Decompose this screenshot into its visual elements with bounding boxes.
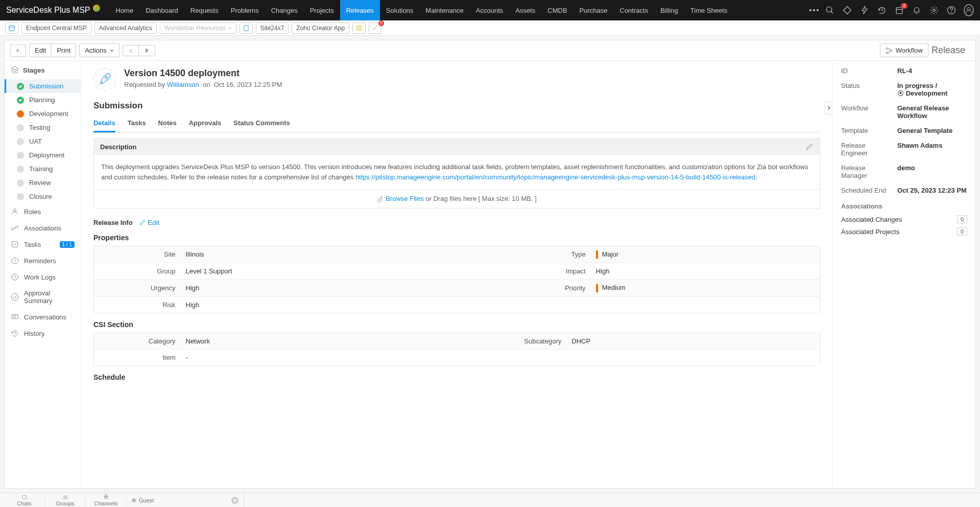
doc-icon-button[interactable] [240,22,253,34]
associated-changes-row[interactable]: Associated Changes0 [841,215,967,223]
detail-tabs: DetailsTasksNotesApprovalsStatus Comment… [93,115,820,133]
edit-release-info-button[interactable]: Edit [139,219,159,226]
browse-files-link[interactable]: Browse Files [386,195,423,202]
note-icon-button[interactable] [352,22,366,34]
advanced-analytics-button[interactable]: Advanced Analytics [94,22,157,34]
svg-rect-15 [886,52,888,53]
nav-roles[interactable]: Roles [5,203,81,220]
stage-training[interactable]: Training [5,162,81,176]
collapse-right-panel-button[interactable] [825,102,832,114]
stage-review[interactable]: Review [5,176,81,190]
description-label: Description [100,143,137,151]
topnav-cmdb[interactable]: CMDB [541,0,573,20]
stages-header: Stages [5,61,81,79]
zoho-creator-button[interactable]: Zoho Creator App [292,22,349,34]
nav-tasks[interactable]: Tasks1 / 1 [5,236,81,252]
svg-rect-2 [896,8,902,14]
description-body: This deployment upgrades ServiceDesk Plu… [94,155,820,190]
nav-reminders[interactable]: Reminders [5,252,81,269]
nav-history[interactable]: History [5,325,81,341]
tab-tasks[interactable]: Tasks [128,115,146,132]
nav-conversations[interactable]: Conversations [5,309,81,325]
stage-submission[interactable]: Submission [5,79,81,93]
next-record-button[interactable] [139,45,155,56]
brand-swoosh-icon [93,5,100,12]
stage-testing[interactable]: Testing [5,121,81,134]
bell-icon[interactable] [912,5,922,15]
topnav-right-icons: 2 [825,5,974,15]
announce-icon-button[interactable]: 5 [369,22,382,34]
description-panel: Description This deployment upgrades Ser… [93,138,820,209]
properties-heading: Properties [93,234,820,242]
topnav-more-button[interactable] [803,9,825,11]
record-toolbar: Edit Print Actions Workflow Release [5,40,975,61]
topnav-billing[interactable]: Billing [654,0,684,20]
topnav-assets[interactable]: Assets [509,0,541,20]
reminder-calendar-icon[interactable]: 2 [894,5,904,15]
diamond-icon[interactable] [842,5,852,15]
requester-link[interactable]: Williamson [167,81,199,88]
back-button[interactable] [10,44,26,57]
svg-point-7 [951,12,952,12]
tab-status-comments[interactable]: Status Comments [233,115,290,132]
csi-heading: CSI Section [93,320,820,329]
topnav-dashboard[interactable]: Dashboard [139,0,184,20]
topnav-purchase[interactable]: Purchase [573,0,614,20]
submission-heading: Submission [93,101,820,111]
stage-uat[interactable]: UAT [5,134,81,148]
schedule-heading: Schedule [93,373,820,381]
brand-logo: ServiceDesk Plus MSP [6,5,102,15]
topnav-home[interactable]: Home [110,0,140,20]
associated-projects-row[interactable]: Associated Projects0 [841,227,967,236]
tasks-count-badge: 1 / 1 [60,241,75,248]
topnav-changes[interactable]: Changes [265,0,304,20]
associations-heading: Associations [841,202,967,210]
stage-planning[interactable]: Planning [5,93,81,107]
topnav-solutions[interactable]: Solutions [380,0,419,20]
release-meta: Requested by Williamson on Oct 16, 2023 … [124,81,282,88]
topnav-requests[interactable]: Requests [184,0,225,20]
print-button[interactable]: Print [52,43,76,57]
tab-notes[interactable]: Notes [158,115,177,132]
topnav-accounts[interactable]: Accounts [470,0,509,20]
table-row: UrgencyHighPriorityMedium [94,280,820,297]
site24x7-button[interactable]: Site24x7 [256,22,289,34]
org-switcher-icon[interactable] [5,22,18,34]
prev-record-button[interactable] [123,45,139,56]
rocket-icon [93,68,116,90]
nav-associations[interactable]: Associations [5,220,81,236]
release-notes-link[interactable]: https://pitstop.manageengine.com/portal/… [355,173,755,181]
topnav-projects[interactable]: Projects [304,0,340,20]
stage-development[interactable]: Development [5,107,81,121]
topnav-problems[interactable]: Problems [225,0,265,20]
attachment-dropzone[interactable]: Browse Files or Drag files here [ Max si… [94,190,820,208]
workflow-button[interactable]: Workflow [880,43,928,57]
stage-deployment[interactable]: Deployment [5,148,81,162]
bolt-icon[interactable] [859,5,870,15]
edit-description-icon[interactable] [805,143,814,151]
tab-details[interactable]: Details [93,115,115,132]
nav-worklogs[interactable]: Work Logs [5,269,81,285]
actions-dropdown[interactable]: Actions [79,43,119,57]
main-content: Version 14500 deployment Requested by Wi… [81,61,832,488]
stage-closure[interactable]: Closure [5,190,81,203]
svg-point-0 [826,7,832,12]
edit-button[interactable]: Edit [29,43,52,57]
svg-rect-11 [244,25,248,31]
stage-status-dot [17,138,24,145]
user-avatar[interactable] [964,5,974,15]
history-icon[interactable] [877,5,887,15]
endpoint-central-button[interactable]: Endpoint Central MSP [21,22,91,34]
help-icon[interactable] [946,5,957,15]
left-sidebar: Stages SubmissionPlanningDevelopmentTest… [5,61,81,488]
gear-icon[interactable] [929,5,939,15]
search-icon[interactable] [825,5,835,15]
topnav-releases[interactable]: Releases [340,0,380,20]
topnav-contracts[interactable]: Contracts [614,0,655,20]
svg-rect-16 [890,50,892,51]
nav-approval-summary[interactable]: Approval Summary [5,285,81,309]
tab-approvals[interactable]: Approvals [189,115,222,132]
topnav-time-sheets[interactable]: Time Sheets [684,0,734,20]
topnav-maintenance[interactable]: Maintenance [419,0,469,20]
wunderbar-resources-dropdown[interactable]: Wunderbar Resources [160,22,236,34]
